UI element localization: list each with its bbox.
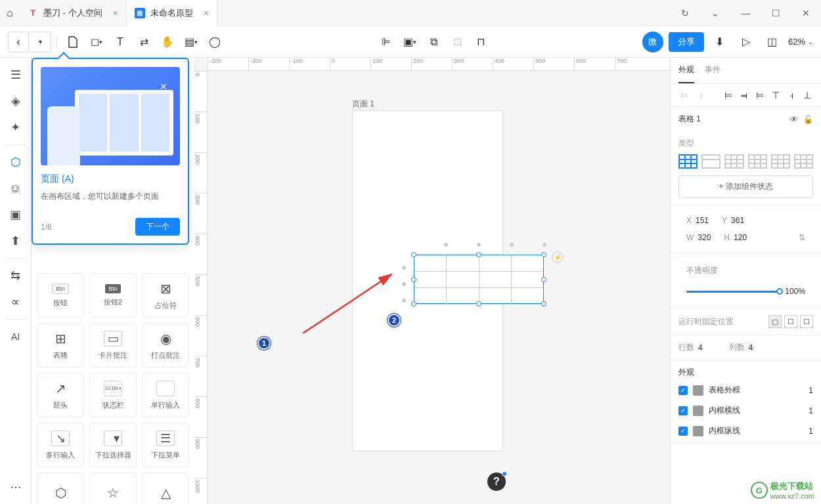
w-value[interactable]: 320 <box>698 233 711 242</box>
link-tool[interactable]: ⇄ <box>133 32 154 52</box>
assets-icon[interactable]: ✦ <box>4 116 28 139</box>
share-button[interactable]: 分享 <box>669 32 704 52</box>
canvas-area[interactable]: -300-200-1000100200300400500600700 01002… <box>194 58 670 504</box>
color-swatch[interactable] <box>693 385 703 396</box>
ai-icon[interactable]: AI <box>4 325 28 348</box>
align-left-icon[interactable]: ⊫ <box>376 32 397 52</box>
back-button[interactable]: ‹ <box>8 32 29 52</box>
h-value[interactable]: 120 <box>734 233 747 242</box>
cols-value[interactable]: 4 <box>749 343 753 352</box>
border-value[interactable]: 1 <box>809 406 813 415</box>
close-icon[interactable]: × <box>204 8 209 18</box>
add-state-button[interactable]: + 添加组件状态 <box>678 175 813 198</box>
close-button[interactable]: ✕ <box>791 0 821 26</box>
note-tool[interactable]: ▤ ▾ <box>181 32 202 52</box>
layers-icon[interactable]: ◈ <box>4 89 28 113</box>
component-select[interactable]: ▾下拉选择器 <box>89 423 137 467</box>
text-tool[interactable]: T <box>110 32 131 52</box>
resize-handle[interactable] <box>411 301 416 306</box>
layout-icon[interactable]: ◫ <box>762 32 783 52</box>
selected-table[interactable] <box>414 255 544 304</box>
type-option[interactable] <box>701 154 721 169</box>
share-link-icon[interactable]: ∝ <box>4 290 28 314</box>
opacity-value[interactable]: 100% <box>785 287 805 296</box>
align-distribute-icon[interactable]: ▣ ▾ <box>399 32 420 52</box>
color-swatch[interactable] <box>693 406 703 416</box>
component-point-note[interactable]: ◉打点批注 <box>142 323 189 368</box>
play-icon[interactable]: ▷ <box>736 32 757 52</box>
refresh-icon[interactable]: ↻ <box>670 0 700 26</box>
resize-handle[interactable] <box>476 301 481 306</box>
type-option[interactable] <box>748 154 767 169</box>
component-textarea[interactable]: ↘多行输入 <box>37 423 84 467</box>
component-button2[interactable]: Btn按钮2 <box>89 273 137 318</box>
align-t-icon[interactable]: ⊤ <box>770 89 782 101</box>
combine-icon[interactable]: ⊡ <box>447 32 468 52</box>
fix-option[interactable]: ☐ <box>800 315 813 328</box>
resize-handle[interactable] <box>411 277 416 282</box>
border-value[interactable]: 1 <box>809 386 813 395</box>
tab-prototype[interactable]: ▦ 未命名原型 × <box>127 0 217 26</box>
minimize-button[interactable]: — <box>730 0 761 26</box>
component-table[interactable]: ⊞表格 <box>37 323 84 368</box>
flow-icon[interactable]: ⇆ <box>4 264 28 287</box>
close-icon[interactable]: × <box>113 8 118 18</box>
home-icon[interactable]: ⌂ <box>0 0 20 26</box>
component-star[interactable]: ☆ <box>89 472 137 504</box>
fix-option[interactable]: ☐ <box>784 315 797 328</box>
wei-button[interactable]: 微 <box>642 32 663 52</box>
align-center-icon[interactable]: ⫞ <box>694 89 706 101</box>
close-icon[interactable]: × <box>160 80 167 94</box>
tab-appearance[interactable]: 外观 <box>678 58 694 83</box>
type-option[interactable] <box>724 154 743 169</box>
next-button[interactable]: 下一个 <box>135 218 180 236</box>
x-value[interactable]: 151 <box>696 216 709 225</box>
color-swatch[interactable] <box>693 426 703 436</box>
page-tool[interactable] <box>62 32 83 52</box>
frame-tool[interactable]: ◻ ▾ <box>86 32 107 52</box>
type-option[interactable] <box>771 154 790 169</box>
component-button[interactable]: Btn按钮 <box>37 273 84 318</box>
align-b-icon[interactable]: ⊥ <box>801 89 813 101</box>
checkbox[interactable]: ✓ <box>678 406 688 415</box>
resize-handle[interactable] <box>476 252 481 257</box>
lightning-icon[interactable]: ⚡ <box>552 251 564 263</box>
resize-handle[interactable] <box>411 252 416 257</box>
page-label[interactable]: 页面 1 <box>352 98 374 110</box>
group-icon[interactable]: ⧉ <box>423 32 444 52</box>
resize-handle[interactable] <box>541 277 546 282</box>
component-arrow[interactable]: ↗箭头 <box>37 373 84 417</box>
maximize-button[interactable]: ☐ <box>761 0 791 26</box>
unlock-icon[interactable]: ⊓ <box>470 32 491 52</box>
align-r-icon[interactable]: ⊨ <box>754 89 766 101</box>
more-icon[interactable]: ⋯ <box>4 475 28 499</box>
eye-icon[interactable]: 👁 <box>790 115 798 124</box>
tab-events[interactable]: 事件 <box>705 58 721 83</box>
checkbox[interactable]: ✓ <box>678 386 688 395</box>
align-c-icon[interactable]: ⫤ <box>738 89 750 101</box>
lock-ratio-icon[interactable]: ⇅ <box>799 233 805 242</box>
upload-icon[interactable]: ⬆ <box>4 229 28 253</box>
component-triangle[interactable]: △ <box>142 472 189 504</box>
checkbox[interactable]: ✓ <box>678 427 688 436</box>
hand-tool[interactable]: ✋ <box>157 32 178 52</box>
lock-icon[interactable]: 🔓 <box>803 115 813 124</box>
component-input[interactable]: 单行输入 <box>142 373 189 417</box>
component-dropdown[interactable]: ☰下拉菜单 <box>142 423 189 467</box>
y-value[interactable]: 361 <box>731 216 744 225</box>
outline-icon[interactable]: ☰ <box>4 63 28 87</box>
align-l-icon[interactable]: ⊨ <box>722 89 734 101</box>
tab-workspace[interactable]: T 墨刀 - 个人空间 × <box>20 0 127 26</box>
type-option[interactable] <box>794 154 813 169</box>
resize-handle[interactable] <box>541 301 546 306</box>
type-option[interactable] <box>678 154 698 169</box>
resize-handle[interactable] <box>541 252 546 257</box>
fix-option[interactable]: ▢ <box>768 315 782 328</box>
back-dropdown[interactable]: ▾ <box>30 32 51 52</box>
rows-value[interactable]: 4 <box>698 343 703 352</box>
download-icon[interactable]: ⬇ <box>709 32 730 52</box>
chevron-down-icon[interactable]: ⌄ <box>700 0 730 26</box>
comment-tool[interactable]: ◯ <box>204 32 225 52</box>
help-button[interactable]: ? <box>487 472 506 491</box>
component-card-note[interactable]: ▭卡片批注 <box>89 323 137 368</box>
